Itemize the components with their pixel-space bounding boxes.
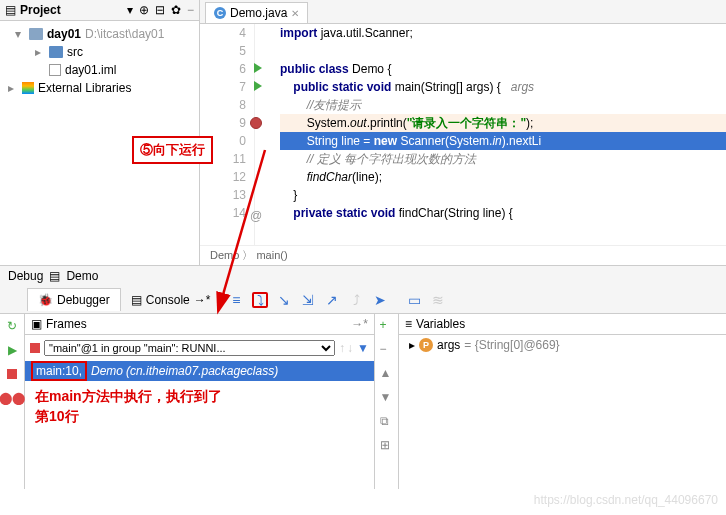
next-frame-icon[interactable]: ↓ [347,341,353,355]
up-icon[interactable]: ▲ [380,366,394,380]
debug-tabs-row: 🐞 Debugger ▤ Console →* ≡ ⤵ ↘ ⇲ ↗ ⤴ ➤ ▭ … [0,286,726,314]
scroll-icon[interactable]: ⊟ [155,3,165,17]
toggle-icon[interactable]: ⊞ [380,438,394,452]
iml-label: day01.iml [65,63,116,77]
prev-frame-icon[interactable]: ↑ [339,341,345,355]
libraries-icon [22,82,34,94]
tree-iml[interactable]: day01.iml [0,61,199,79]
collapse-icon[interactable]: ⊕ [139,3,149,17]
module-icon [29,28,43,40]
annotation-callout-1: ⑤向下运行 [132,136,213,164]
debugger-icon: 🐞 [38,293,53,307]
debug-target-icon: ▤ [49,269,60,283]
var-value: = {String[0]@669} [464,338,559,352]
debug-side-toolbar: ↻ ▶ ⬤⬤ [0,314,25,489]
evaluate-icon[interactable]: ▭ [406,292,422,308]
run-to-cursor-icon[interactable]: ➤ [372,292,388,308]
tab-debugger[interactable]: 🐞 Debugger [27,288,121,311]
watermark: https://blog.csdn.net/qq_44096670 [534,493,718,507]
variable-row[interactable]: ▸ P args = {String[0]@669} [399,335,726,355]
thread-selector-row: "main"@1 in group "main": RUNNI... ↑ ↓ ▼ [28,338,371,358]
hide-icon[interactable]: − [187,3,194,17]
frame-location: main:10, [31,361,87,381]
pin-icon: →* [194,293,211,307]
iml-icon [49,64,61,76]
run-gutter-icon[interactable] [254,81,262,91]
gutter: 4 5 6 7 8 9 0 11 12 13 14@ [200,24,255,245]
close-icon[interactable]: ✕ [291,8,299,19]
view-breakpoints-icon[interactable]: ⬤⬤ [4,390,20,406]
annotation-callout-2: 在main方法中执行，执行到了第10行 [25,381,374,432]
variables-panel: + − ▲ ▼ ⧉ ⊞ ≡ Variables ▸ P args = {Stri… [375,314,726,489]
drop-frame-icon: ⤴ [348,292,364,308]
add-watch-icon[interactable]: + [380,318,394,332]
thread-status-icon [30,343,40,353]
vars-icon: ≡ [405,317,412,331]
expand-icon[interactable]: ▸ [409,338,415,352]
frames-icon: ▣ [31,317,42,331]
gear-icon[interactable]: ✿ [171,3,181,17]
force-step-into-icon[interactable]: ⇲ [300,292,316,308]
tree-libs[interactable]: ▸ External Libraries [0,79,199,97]
src-folder-icon [49,46,63,58]
show-exec-point-icon[interactable]: ≡ [228,292,244,308]
editor-area: C Demo.java ✕ 4 5 6 7 8 9 0 11 12 13 14@… [200,0,726,265]
chevron-right-icon[interactable]: ▸ [35,45,45,59]
project-icon: ▤ [5,3,16,17]
stack-frame-row[interactable]: main:10,Demo (cn.itheima07.packageclass) [25,361,374,381]
trace-icon: ≋ [430,292,446,308]
minimize-icon[interactable]: →* [351,317,368,331]
vars-side-toolbar: + − ▲ ▼ ⧉ ⊞ [375,314,399,489]
root-label: day01 [47,27,81,41]
code-lines[interactable]: import java.util.Scanner; public class D… [255,24,726,245]
breakpoint-icon[interactable] [250,117,262,129]
project-header: ▤ Project ▾ ⊕ ⊟ ✿ − [0,0,199,21]
param-badge-icon: P [419,338,433,352]
src-label: src [67,45,83,59]
chevron-down-icon[interactable]: ▾ [15,27,25,41]
filter-icon[interactable]: ▼ [357,341,369,355]
step-over-icon[interactable]: ⤵ [252,292,268,308]
rerun-icon[interactable]: ↻ [4,318,20,334]
tree-src[interactable]: ▸ src [0,43,199,61]
stop-icon[interactable] [4,366,20,382]
step-out-icon[interactable]: ↗ [324,292,340,308]
debug-target: Demo [66,269,98,283]
frames-header: ▣ Frames →* [25,314,374,335]
java-class-icon: C [214,7,226,19]
editor-tabs: C Demo.java ✕ [200,0,726,24]
frames-panel: ▣ Frames →* "main"@1 in group "main": RU… [25,314,375,489]
chevron-right-icon[interactable]: ▸ [8,81,18,95]
debug-header: Debug ▤ Demo [0,266,726,286]
var-name: args [437,338,460,352]
copy-icon[interactable]: ⧉ [380,414,394,428]
project-title: Project [20,3,61,17]
vars-header: ≡ Variables [399,314,726,335]
editor-tab-demo[interactable]: C Demo.java ✕ [205,2,308,23]
resume-icon[interactable]: ▶ [4,342,20,358]
remove-watch-icon[interactable]: − [380,342,394,356]
tree-root[interactable]: ▾ day01 D:\itcast\day01 [0,25,199,43]
run-gutter-icon[interactable] [254,63,262,73]
thread-selector[interactable]: "main"@1 in group "main": RUNNI... [44,340,335,356]
step-into-icon[interactable]: ↘ [276,292,292,308]
code-editor[interactable]: 4 5 6 7 8 9 0 11 12 13 14@ import java.u… [200,24,726,245]
project-tool-window: ▤ Project ▾ ⊕ ⊟ ✿ − ▾ day01 D:\itcast\da… [0,0,200,265]
console-icon: ▤ [131,293,142,307]
project-tree: ▾ day01 D:\itcast\day01 ▸ src day01.iml … [0,21,199,101]
down-icon[interactable]: ▼ [380,390,394,404]
tab-console[interactable]: ▤ Console →* [121,289,221,311]
breadcrumb[interactable]: Demo 〉 main() [200,245,726,265]
tab-label: Demo.java [230,6,287,20]
libs-label: External Libraries [38,81,131,95]
debug-tool-window: Debug ▤ Demo 🐞 Debugger ▤ Console →* ≡ ⤵… [0,265,726,489]
root-path: D:\itcast\day01 [85,27,164,41]
debug-label: Debug [8,269,43,283]
override-icon[interactable]: @ [250,207,262,219]
dropdown-icon[interactable]: ▾ [127,3,133,17]
